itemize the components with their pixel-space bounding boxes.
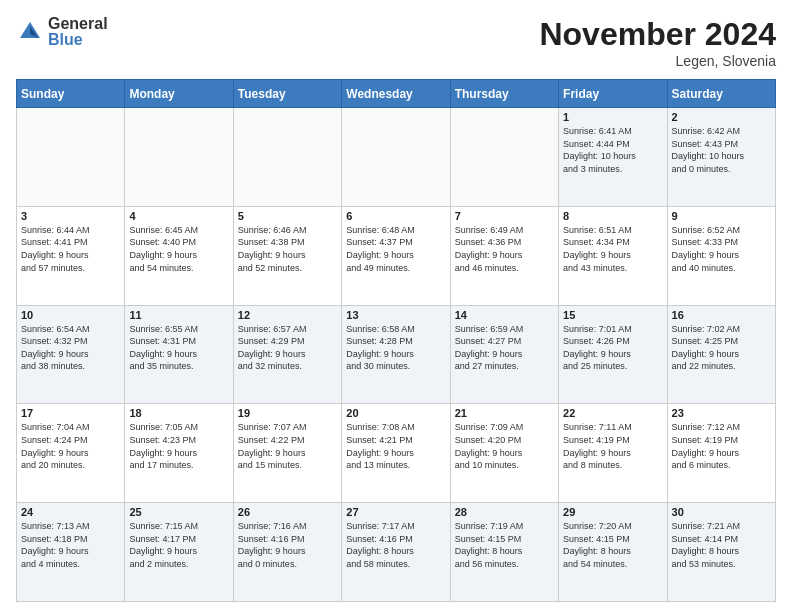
day-info: Sunrise: 6:46 AM Sunset: 4:38 PM Dayligh… bbox=[238, 224, 337, 274]
week-row-2: 3Sunrise: 6:44 AM Sunset: 4:41 PM Daylig… bbox=[17, 206, 776, 305]
day-info: Sunrise: 6:45 AM Sunset: 4:40 PM Dayligh… bbox=[129, 224, 228, 274]
day-info: Sunrise: 6:58 AM Sunset: 4:28 PM Dayligh… bbox=[346, 323, 445, 373]
day-info: Sunrise: 7:04 AM Sunset: 4:24 PM Dayligh… bbox=[21, 421, 120, 471]
calendar-cell: 22Sunrise: 7:11 AM Sunset: 4:19 PM Dayli… bbox=[559, 404, 667, 503]
location: Legen, Slovenia bbox=[539, 53, 776, 69]
day-info: Sunrise: 6:54 AM Sunset: 4:32 PM Dayligh… bbox=[21, 323, 120, 373]
day-number: 13 bbox=[346, 309, 445, 321]
day-info: Sunrise: 6:51 AM Sunset: 4:34 PM Dayligh… bbox=[563, 224, 662, 274]
calendar-cell: 11Sunrise: 6:55 AM Sunset: 4:31 PM Dayli… bbox=[125, 305, 233, 404]
calendar-cell: 14Sunrise: 6:59 AM Sunset: 4:27 PM Dayli… bbox=[450, 305, 558, 404]
day-info: Sunrise: 6:49 AM Sunset: 4:36 PM Dayligh… bbox=[455, 224, 554, 274]
calendar-cell: 26Sunrise: 7:16 AM Sunset: 4:16 PM Dayli… bbox=[233, 503, 341, 602]
calendar-cell bbox=[450, 108, 558, 207]
calendar-cell: 29Sunrise: 7:20 AM Sunset: 4:15 PM Dayli… bbox=[559, 503, 667, 602]
calendar-cell: 1Sunrise: 6:41 AM Sunset: 4:44 PM Daylig… bbox=[559, 108, 667, 207]
day-number: 25 bbox=[129, 506, 228, 518]
day-info: Sunrise: 6:48 AM Sunset: 4:37 PM Dayligh… bbox=[346, 224, 445, 274]
calendar-cell: 9Sunrise: 6:52 AM Sunset: 4:33 PM Daylig… bbox=[667, 206, 775, 305]
day-info: Sunrise: 6:55 AM Sunset: 4:31 PM Dayligh… bbox=[129, 323, 228, 373]
day-info: Sunrise: 7:05 AM Sunset: 4:23 PM Dayligh… bbox=[129, 421, 228, 471]
calendar-cell: 2Sunrise: 6:42 AM Sunset: 4:43 PM Daylig… bbox=[667, 108, 775, 207]
week-row-4: 17Sunrise: 7:04 AM Sunset: 4:24 PM Dayli… bbox=[17, 404, 776, 503]
day-number: 18 bbox=[129, 407, 228, 419]
calendar-cell: 16Sunrise: 7:02 AM Sunset: 4:25 PM Dayli… bbox=[667, 305, 775, 404]
calendar-cell: 12Sunrise: 6:57 AM Sunset: 4:29 PM Dayli… bbox=[233, 305, 341, 404]
day-info: Sunrise: 6:41 AM Sunset: 4:44 PM Dayligh… bbox=[563, 125, 662, 175]
calendar-cell: 8Sunrise: 6:51 AM Sunset: 4:34 PM Daylig… bbox=[559, 206, 667, 305]
calendar-cell: 30Sunrise: 7:21 AM Sunset: 4:14 PM Dayli… bbox=[667, 503, 775, 602]
week-row-5: 24Sunrise: 7:13 AM Sunset: 4:18 PM Dayli… bbox=[17, 503, 776, 602]
title-area: November 2024 Legen, Slovenia bbox=[539, 16, 776, 69]
day-number: 2 bbox=[672, 111, 771, 123]
logo-text: General Blue bbox=[48, 16, 108, 48]
day-info: Sunrise: 7:11 AM Sunset: 4:19 PM Dayligh… bbox=[563, 421, 662, 471]
day-info: Sunrise: 7:09 AM Sunset: 4:20 PM Dayligh… bbox=[455, 421, 554, 471]
logo-general: General bbox=[48, 16, 108, 32]
day-number: 24 bbox=[21, 506, 120, 518]
day-info: Sunrise: 7:19 AM Sunset: 4:15 PM Dayligh… bbox=[455, 520, 554, 570]
header-row: Sunday Monday Tuesday Wednesday Thursday… bbox=[17, 80, 776, 108]
day-number: 20 bbox=[346, 407, 445, 419]
logo: General Blue bbox=[16, 16, 108, 48]
col-sunday: Sunday bbox=[17, 80, 125, 108]
day-info: Sunrise: 7:02 AM Sunset: 4:25 PM Dayligh… bbox=[672, 323, 771, 373]
day-number: 23 bbox=[672, 407, 771, 419]
day-info: Sunrise: 7:20 AM Sunset: 4:15 PM Dayligh… bbox=[563, 520, 662, 570]
calendar-cell: 20Sunrise: 7:08 AM Sunset: 4:21 PM Dayli… bbox=[342, 404, 450, 503]
calendar: Sunday Monday Tuesday Wednesday Thursday… bbox=[16, 79, 776, 602]
calendar-cell: 10Sunrise: 6:54 AM Sunset: 4:32 PM Dayli… bbox=[17, 305, 125, 404]
day-number: 12 bbox=[238, 309, 337, 321]
col-tuesday: Tuesday bbox=[233, 80, 341, 108]
day-info: Sunrise: 6:42 AM Sunset: 4:43 PM Dayligh… bbox=[672, 125, 771, 175]
day-number: 14 bbox=[455, 309, 554, 321]
day-info: Sunrise: 6:44 AM Sunset: 4:41 PM Dayligh… bbox=[21, 224, 120, 274]
day-number: 4 bbox=[129, 210, 228, 222]
day-info: Sunrise: 7:12 AM Sunset: 4:19 PM Dayligh… bbox=[672, 421, 771, 471]
day-info: Sunrise: 7:15 AM Sunset: 4:17 PM Dayligh… bbox=[129, 520, 228, 570]
calendar-cell: 25Sunrise: 7:15 AM Sunset: 4:17 PM Dayli… bbox=[125, 503, 233, 602]
day-number: 1 bbox=[563, 111, 662, 123]
header: General Blue November 2024 Legen, Sloven… bbox=[16, 16, 776, 69]
day-number: 17 bbox=[21, 407, 120, 419]
day-number: 5 bbox=[238, 210, 337, 222]
calendar-cell: 23Sunrise: 7:12 AM Sunset: 4:19 PM Dayli… bbox=[667, 404, 775, 503]
day-number: 27 bbox=[346, 506, 445, 518]
col-wednesday: Wednesday bbox=[342, 80, 450, 108]
day-number: 21 bbox=[455, 407, 554, 419]
day-info: Sunrise: 7:21 AM Sunset: 4:14 PM Dayligh… bbox=[672, 520, 771, 570]
calendar-cell: 21Sunrise: 7:09 AM Sunset: 4:20 PM Dayli… bbox=[450, 404, 558, 503]
day-number: 6 bbox=[346, 210, 445, 222]
col-thursday: Thursday bbox=[450, 80, 558, 108]
day-info: Sunrise: 7:13 AM Sunset: 4:18 PM Dayligh… bbox=[21, 520, 120, 570]
day-number: 3 bbox=[21, 210, 120, 222]
week-row-3: 10Sunrise: 6:54 AM Sunset: 4:32 PM Dayli… bbox=[17, 305, 776, 404]
day-number: 11 bbox=[129, 309, 228, 321]
calendar-cell: 13Sunrise: 6:58 AM Sunset: 4:28 PM Dayli… bbox=[342, 305, 450, 404]
calendar-cell: 6Sunrise: 6:48 AM Sunset: 4:37 PM Daylig… bbox=[342, 206, 450, 305]
col-saturday: Saturday bbox=[667, 80, 775, 108]
calendar-header: Sunday Monday Tuesday Wednesday Thursday… bbox=[17, 80, 776, 108]
col-friday: Friday bbox=[559, 80, 667, 108]
day-info: Sunrise: 6:52 AM Sunset: 4:33 PM Dayligh… bbox=[672, 224, 771, 274]
day-info: Sunrise: 7:07 AM Sunset: 4:22 PM Dayligh… bbox=[238, 421, 337, 471]
day-info: Sunrise: 7:17 AM Sunset: 4:16 PM Dayligh… bbox=[346, 520, 445, 570]
calendar-cell: 24Sunrise: 7:13 AM Sunset: 4:18 PM Dayli… bbox=[17, 503, 125, 602]
calendar-cell bbox=[342, 108, 450, 207]
day-number: 8 bbox=[563, 210, 662, 222]
day-number: 29 bbox=[563, 506, 662, 518]
calendar-cell bbox=[125, 108, 233, 207]
day-info: Sunrise: 7:16 AM Sunset: 4:16 PM Dayligh… bbox=[238, 520, 337, 570]
calendar-body: 1Sunrise: 6:41 AM Sunset: 4:44 PM Daylig… bbox=[17, 108, 776, 602]
day-info: Sunrise: 6:59 AM Sunset: 4:27 PM Dayligh… bbox=[455, 323, 554, 373]
day-number: 16 bbox=[672, 309, 771, 321]
page: General Blue November 2024 Legen, Sloven… bbox=[0, 0, 792, 612]
calendar-cell: 19Sunrise: 7:07 AM Sunset: 4:22 PM Dayli… bbox=[233, 404, 341, 503]
calendar-cell: 15Sunrise: 7:01 AM Sunset: 4:26 PM Dayli… bbox=[559, 305, 667, 404]
month-title: November 2024 bbox=[539, 16, 776, 53]
calendar-cell: 17Sunrise: 7:04 AM Sunset: 4:24 PM Dayli… bbox=[17, 404, 125, 503]
day-info: Sunrise: 7:01 AM Sunset: 4:26 PM Dayligh… bbox=[563, 323, 662, 373]
calendar-cell: 27Sunrise: 7:17 AM Sunset: 4:16 PM Dayli… bbox=[342, 503, 450, 602]
calendar-cell: 4Sunrise: 6:45 AM Sunset: 4:40 PM Daylig… bbox=[125, 206, 233, 305]
day-number: 30 bbox=[672, 506, 771, 518]
